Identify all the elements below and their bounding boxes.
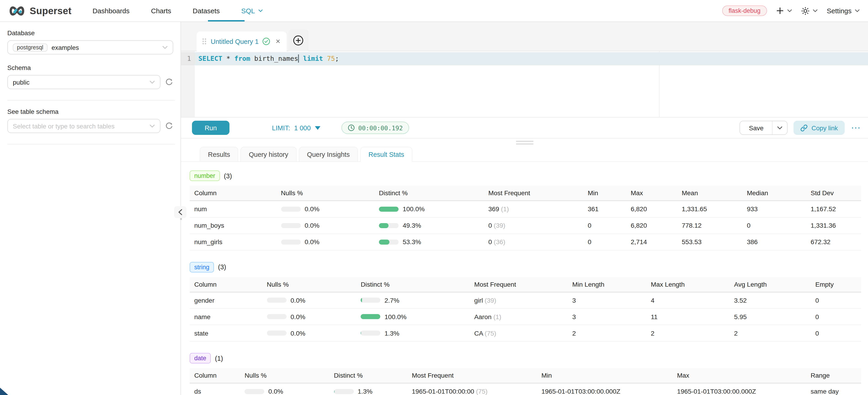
tab-result-stats[interactable]: Result Stats [360,147,412,162]
column-header-distinct-: Distinct % [356,277,470,292]
progress-bar [267,314,286,319]
percent-label: 49.3% [403,222,421,229]
percent-label: 0.0% [305,238,319,245]
superset-sql-lab: Superset DashboardsChartsDatasetsSQL fla… [0,0,868,395]
stat-cell: 2 [730,325,811,341]
tab-results[interactable]: Results [200,147,238,162]
superset-infinity-icon [8,5,26,16]
column-header-max: Max [672,368,806,383]
sql-code-editor[interactable]: 1 SELECT * from birth_names limit 75; [181,51,868,118]
progress-bar [281,239,301,244]
column-header-distinct-: Distinct % [374,186,484,201]
table-row: ds0.0%1.3%1965-01-01T00:00:00 (75)1965-0… [190,383,861,395]
progress-bar [245,389,264,394]
percent-bar-cell: 100.0% [356,308,470,325]
percent-bar-cell: 0.0% [262,308,356,325]
new-query-tab-button[interactable] [288,29,308,51]
code-token: birth_names [250,55,298,62]
chevron-down-icon [855,9,860,12]
superset-logo[interactable]: Superset [8,5,71,16]
column-name-cell: name [190,308,262,325]
stat-cell: 0 [583,234,626,250]
nav-item-datasets[interactable]: Datasets [193,7,220,14]
run-button[interactable]: Run [192,121,229,135]
timer-value: 00:00:00.192 [358,124,403,131]
copy-link-button[interactable]: Copy link [794,121,845,135]
column-header-avg-length: Avg Length [730,277,811,292]
stat-cell: 0 [742,217,806,234]
column-header-max: Max [626,186,677,201]
theme-menu[interactable] [801,7,818,15]
settings-menu[interactable]: Settings [827,7,860,14]
database-value: examples [52,44,162,51]
code-token: from [234,55,250,62]
most-frequent-cell: 0 (39) [484,217,583,234]
stats-table: ColumnNulls %Distinct %Most FrequentMinM… [190,368,861,395]
column-header-column: Column [190,186,276,201]
percent-bar-cell: 49.3% [374,217,484,234]
percent-bar-cell: 0.0% [262,292,356,308]
percent-bar-cell: 1.3% [356,325,470,341]
code-token: ; [335,55,339,62]
stat-cell: 2 [568,325,646,341]
percent-bar-cell: 0.0% [262,325,356,341]
pane-resize-handle[interactable] [181,139,868,146]
nav-item-charts[interactable]: Charts [151,7,171,14]
schema-select[interactable]: public [7,75,160,89]
stat-cell: 1,331.65 [677,201,742,217]
column-header-column: Column [190,277,262,292]
plus-circle-icon [293,35,304,45]
column-name-cell: ds [190,383,240,395]
query-tabstrip: Untitled Query 1 ✕ [181,22,868,51]
stat-cell: 0 [583,217,626,234]
limit-dropdown[interactable]: LIMIT: 1 000 [272,124,320,131]
drag-handle-icon[interactable] [203,38,206,44]
progress-bar [267,298,286,303]
most-frequent-cell: CA (75) [470,325,568,341]
database-engine-tag: postgresql [13,43,47,52]
code-token: limit [303,55,323,62]
code-token [323,55,327,62]
most-frequent-cell: Aaron (1) [470,308,568,325]
stat-cell: 2 [646,325,730,341]
new-item-menu[interactable] [776,7,792,14]
nav-item-sql[interactable]: SQL [241,7,263,14]
percent-label: 0.0% [290,313,305,320]
close-tab-icon[interactable]: ✕ [276,38,281,45]
save-button[interactable]: Save [740,121,772,134]
refresh-tables-icon[interactable] [165,122,173,130]
copy-link-label: Copy link [811,124,838,131]
active-nav-underline [208,20,245,22]
stat-cell: 778.12 [677,217,742,234]
tab-query-insights[interactable]: Query Insights [299,147,358,162]
line-number: 1 [181,52,195,65]
collapse-sidebar-button[interactable] [174,206,186,218]
database-select[interactable]: postgresql examples [7,40,173,54]
stats-section-number: number(3)ColumnNulls %Distinct %Most Fre… [190,171,861,250]
progress-bar [361,314,380,319]
nav-item-label: SQL [241,7,255,14]
stat-cell: 386 [742,234,806,250]
tab-query-history[interactable]: Query history [241,147,297,162]
refresh-schemas-icon[interactable] [165,78,173,86]
type-badge: string [190,262,214,272]
query-tab[interactable]: Untitled Query 1 ✕ [196,32,286,51]
most-frequent-value: Aaron [474,313,492,320]
table-select[interactable]: Select table or type to search tables [7,119,160,133]
more-actions-button[interactable]: ··· [851,124,861,132]
most-frequent-cell: 1965-01-01T00:00:00 (75) [407,383,537,395]
column-name-cell: num_girls [190,234,276,250]
stat-cell: 3 [568,308,646,325]
most-frequent-value: 1965-01-01T00:00:00 [412,388,474,395]
chevron-down-icon [258,9,263,12]
percent-label: 53.3% [403,238,421,245]
progress-bar [267,331,286,336]
most-frequent-count: (1) [499,206,509,213]
column-header-min: Min [537,368,672,383]
stat-cell: 11 [646,308,730,325]
most-frequent-cell: 0 (36) [484,234,583,250]
nav-item-dashboards[interactable]: Dashboards [93,7,130,14]
save-options-button[interactable] [772,121,787,134]
percent-label: 1.3% [358,388,373,395]
percent-label: 0.0% [305,206,319,213]
